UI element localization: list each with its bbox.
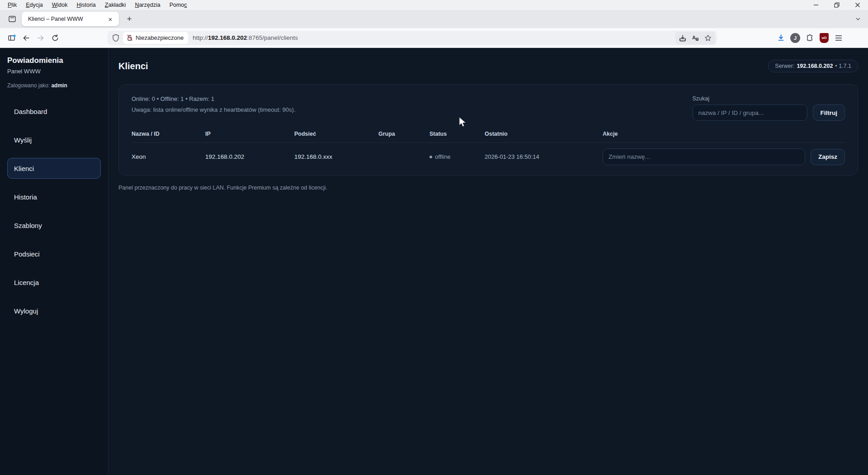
app-menu-icon[interactable] [831,31,846,45]
page-content: Powiadomienia Panel WWW Zalogowano jako:… [0,48,868,475]
sidebar-item-wyloguj[interactable]: Wyloguj [7,300,101,321]
menu-items: Plik Edycja Widok Historia Zakładki Narz… [4,1,191,9]
sidebar-item-klienci[interactable]: Klienci [7,158,101,179]
col-header-group: Grupa [378,131,429,137]
tracking-shield-icon[interactable] [112,34,119,42]
menu-edycja[interactable]: Edycja [22,1,47,9]
ublock-icon[interactable]: uO [817,31,831,45]
sidebar-item-wyslij[interactable]: Wyślij [7,129,101,150]
rename-input[interactable] [603,148,805,165]
save-button[interactable]: Zapisz [811,149,845,165]
tab-close-icon[interactable]: × [105,14,115,24]
clients-card: Online: 0 • Offline: 1 • Razem: 1 Uwaga:… [118,84,858,176]
close-button[interactable] [847,0,868,10]
browser-tab[interactable]: Klienci – Panel WWW × [22,12,119,26]
downloads-icon[interactable] [774,31,788,45]
security-label: Niezabezpieczone [136,34,184,41]
client-ip: 192.168.0.202 [205,153,294,160]
sidebar-item-licencja[interactable]: Licencja [7,272,101,293]
svg-text:A: A [692,35,696,40]
col-header-subnet: Podsieć [294,131,378,137]
menu-bar: Plik Edycja Widok Historia Zakładki Narz… [0,0,868,10]
search-input[interactable] [693,104,807,121]
status-text: offline [435,153,450,160]
col-header-name: Nazwa / ID [132,131,205,137]
security-chip[interactable]: Niezabezpieczone [123,32,188,44]
reload-button[interactable] [48,31,62,45]
app-title: Powiadomienia [7,56,101,65]
col-header-actions: Akcje [603,131,845,137]
forward-button[interactable] [33,31,48,45]
col-header-last: Ostatnio [485,131,603,137]
save-page-icon[interactable] [676,32,689,44]
sidebar-item-dashboard[interactable]: Dashboard [7,101,101,122]
row-actions: Zapisz [603,148,845,165]
url-text: http://192.168.0.202:8765/panel/clients [193,34,675,41]
menu-plik[interactable]: Plik [4,1,21,9]
app-subtitle: Panel WWW [7,68,101,75]
sidebar-nav: Dashboard Wyślij Klienci Historia Szablo… [7,101,101,321]
sidebar: Powiadomienia Panel WWW Zalogowano jako:… [0,48,108,475]
stats-block: Online: 0 • Offline: 1 • Razem: 1 Uwaga:… [132,95,296,113]
client-name: Xeon [132,153,205,160]
page-title: Klienci [118,61,148,71]
menu-pomoc[interactable]: Pomoc [165,1,191,9]
sidebar-item-szablony[interactable]: Szablony [7,215,101,236]
status-dot-icon [429,156,432,158]
list-tabs-icon[interactable] [852,16,864,22]
menu-historia[interactable]: Historia [72,1,99,9]
username: admin [51,82,67,89]
browser-window: Plik Edycja Widok Historia Zakładki Narz… [0,0,868,475]
server-version: • 1.7.1 [835,63,851,69]
back-button[interactable] [19,31,33,45]
restore-button[interactable] [826,0,847,10]
menu-zakladki[interactable]: Zakładki [101,1,130,9]
sidebar-toggle-icon[interactable] [5,31,19,45]
table-row: Xeon 192.168.0.202 192.168.0.xxx offline… [132,142,845,165]
footer-note: Panel przeznaczony do pracy w sieci LAN.… [118,185,858,191]
search-label: Szukaj [693,95,845,102]
firefox-view-icon[interactable] [5,12,19,26]
sidebar-item-historia[interactable]: Historia [7,186,101,207]
online-stats: Online: 0 • Offline: 1 • Razem: 1 [132,95,296,102]
account-icon[interactable]: J [788,31,802,45]
server-badge: Serwer: 192.168.0.202 • 1.7.1 [768,60,858,72]
clients-table: Nazwa / ID IP Podsieć Grupa Status Ostat… [132,131,845,165]
filter-button[interactable]: Filtruj [813,104,845,121]
ublock-badge: uO [820,33,829,43]
status-badge: offline [429,153,485,160]
navigation-toolbar: Niezabezpieczone http://192.168.0.202:87… [0,28,868,48]
bookmark-star-icon[interactable] [702,32,714,44]
insecure-lock-icon [127,34,133,41]
search-row: Filtruj [693,104,845,121]
menu-widok[interactable]: Widok [48,1,72,9]
sidebar-item-podsieci[interactable]: Podsieci [7,243,101,264]
minimize-button[interactable] [806,0,826,10]
extensions-icon[interactable] [802,31,817,45]
heartbeat-note: Uwaga: lista online/offline wynika z hea… [132,106,296,113]
client-subnet: 192.168.0.xxx [294,153,378,160]
server-ip: 192.168.0.202 [797,63,833,69]
translate-icon[interactable]: A [689,32,702,44]
logged-in-as: Zalogowano jako: admin [7,82,101,89]
url-bar[interactable]: Niezabezpieczone http://192.168.0.202:87… [108,31,717,45]
account-initial: J [790,33,800,43]
table-header: Nazwa / ID IP Podsieć Grupa Status Ostat… [132,131,845,142]
col-header-status: Status [429,131,485,137]
urlbar-actions: A [675,32,715,44]
search-block: Szukaj Filtruj [693,95,845,121]
new-tab-button[interactable]: + [123,12,136,26]
col-header-ip: IP [205,131,294,137]
main-header: Klienci Serwer: 192.168.0.202 • 1.7.1 [118,60,858,72]
main-content: Klienci Serwer: 192.168.0.202 • 1.7.1 On… [108,48,868,475]
tab-title: Klienci – Panel WWW [28,16,105,22]
menu-narzedzia[interactable]: Narzędzia [131,1,164,9]
window-controls [806,0,868,10]
client-last-seen: 2026-01-23 16:50:14 [485,153,603,160]
card-top: Online: 0 • Offline: 1 • Razem: 1 Uwaga:… [132,95,845,121]
tab-bar: Klienci – Panel WWW × + [0,10,868,28]
